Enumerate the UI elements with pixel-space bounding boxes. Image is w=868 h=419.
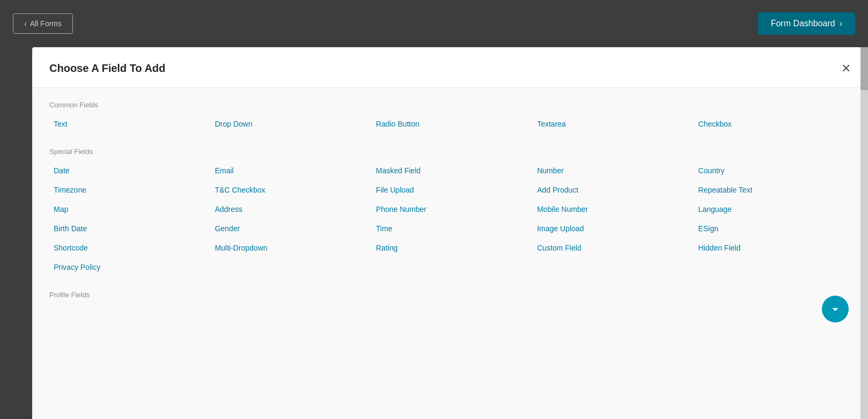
field-multi-dropdown[interactable]: Multi-Dropdown [210,241,367,254]
window-scrollbar[interactable] [860,47,868,419]
field-time[interactable]: Time [372,222,528,235]
common-fields-grid: Text Drop Down Radio Button Textarea Che… [49,117,851,130]
back-arrow-icon: ‹ [24,19,27,28]
field-map[interactable]: Map [49,203,206,216]
all-forms-label: All Forms [30,19,62,28]
field-gender[interactable]: Gender [210,222,367,235]
field-repeatable-text[interactable]: Repeatable Text [694,183,851,196]
special-fields-label: Special Fields [49,148,851,156]
field-checkbox[interactable]: Checkbox [694,117,851,130]
all-forms-button[interactable]: ‹ All Forms [13,13,73,34]
field-address[interactable]: Address [210,203,367,216]
field-textarea[interactable]: Textarea [533,117,689,130]
modal-header: Choose A Field To Add ✕ [32,47,868,88]
common-fields-section: Common Fields Text Drop Down Radio Butto… [49,101,851,130]
field-phone-number[interactable]: Phone Number [372,203,528,216]
field-text[interactable]: Text [49,117,206,130]
scroll-down-button[interactable] [822,296,849,322]
field-birth-date[interactable]: Birth Date [49,222,206,235]
field-date[interactable]: Date [49,164,206,177]
modal-body: Common Fields Text Drop Down Radio Butto… [32,88,868,419]
profile-fields-section: Profile Fields [49,291,851,299]
special-fields-grid: Date Email Masked Field Number Country T… [49,164,851,274]
form-dashboard-label: Form Dashboard [771,19,835,28]
field-masked-field[interactable]: Masked Field [372,164,528,177]
field-custom-field[interactable]: Custom Field [533,241,689,254]
field-file-upload[interactable]: File Upload [372,183,528,196]
field-hidden-field[interactable]: Hidden Field [694,241,851,254]
modal-container: Choose A Field To Add ✕ Common Fields Te… [32,47,868,419]
field-image-upload[interactable]: Image Upload [533,222,689,235]
field-privacy-policy[interactable]: Privacy Policy [49,261,206,274]
window-scrollbar-thumb [860,47,868,90]
top-bar: ‹ All Forms Form Dashboard › [0,0,868,47]
field-esign[interactable]: ESign [694,222,851,235]
profile-fields-label: Profile Fields [49,291,851,299]
field-rating[interactable]: Rating [372,241,528,254]
field-number[interactable]: Number [533,164,689,177]
special-fields-section: Special Fields Date Email Masked Field N… [49,148,851,274]
forward-arrow-icon: › [840,19,842,28]
field-timezone[interactable]: Timezone [49,183,206,196]
scroll-down-icon [829,303,841,315]
modal-title: Choose A Field To Add [49,62,165,75]
field-dropdown[interactable]: Drop Down [210,117,367,130]
field-add-product[interactable]: Add Product [533,183,689,196]
field-mobile-number[interactable]: Mobile Number [533,203,689,216]
field-shortcode[interactable]: Shortcode [49,241,206,254]
close-button[interactable]: ✕ [841,63,851,75]
field-language[interactable]: Language [694,203,851,216]
form-dashboard-button[interactable]: Form Dashboard › [758,12,855,35]
field-tnc-checkbox[interactable]: T&C Checkbox [210,183,367,196]
field-email[interactable]: Email [210,164,367,177]
field-country[interactable]: Country [694,164,851,177]
field-radio-button[interactable]: Radio Button [372,117,528,130]
common-fields-label: Common Fields [49,101,851,109]
